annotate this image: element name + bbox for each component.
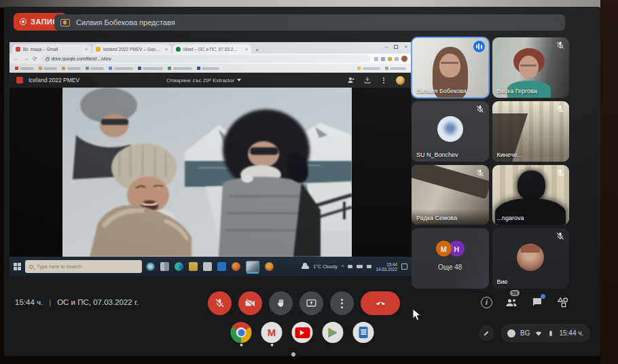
file-name: Iceland 2022 PMEV xyxy=(29,77,79,84)
new-tab-button[interactable]: + xyxy=(255,47,259,54)
file-explorer-icon[interactable] xyxy=(189,262,198,271)
bookmark-item[interactable] xyxy=(39,67,58,70)
participant-tile[interactable]: SU N_Bonchev xyxy=(412,101,489,162)
more-participants-tile[interactable]: М Н Още 48 xyxy=(412,228,489,289)
mic-off-icon xyxy=(475,105,485,114)
meeting-details-icon[interactable]: i xyxy=(481,297,492,308)
participants-grid: Силвия Бобекова Веска Гергова SU N_Bonch… xyxy=(412,37,569,289)
bookmark-item[interactable] xyxy=(86,67,105,70)
tray-expand-icon[interactable]: ^ xyxy=(342,265,344,269)
drive-viewer-header: Iceland 2022 PMEV Отваряне със ZIP Extra… xyxy=(10,73,412,88)
store-icon[interactable] xyxy=(217,262,226,271)
raise-hand-button[interactable] xyxy=(269,291,293,315)
activities-button[interactable] xyxy=(556,295,570,309)
participant-tile[interactable]: Радка Семова xyxy=(412,165,489,225)
lock-icon xyxy=(46,58,49,61)
participant-video xyxy=(439,54,460,78)
share-icon[interactable] xyxy=(347,76,355,84)
participant-name: SU N_Bonchev xyxy=(416,151,458,158)
task-view-icon[interactable] xyxy=(160,262,169,271)
open-with-dropdown[interactable]: Отваряне със ZIP Extractor xyxy=(166,77,241,84)
tab-drive[interactable]: Iceland 2022 PMEV – Goo… × xyxy=(92,44,171,54)
status-tray[interactable]: BG 15:44 ч. xyxy=(501,324,590,342)
close-icon[interactable]: × xyxy=(404,43,407,50)
youtube-icon[interactable] xyxy=(292,322,313,343)
google-play-icon[interactable] xyxy=(323,322,344,343)
mic-off-icon xyxy=(556,232,565,241)
present-screen-button[interactable] xyxy=(299,291,323,315)
network-icon[interactable] xyxy=(348,265,352,268)
extension-icon[interactable] xyxy=(388,57,392,61)
active-photo-app[interactable] xyxy=(246,261,259,272)
tab-close-icon[interactable]: × xyxy=(245,47,248,52)
google-docs-icon[interactable] xyxy=(353,322,374,343)
bookmark-item[interactable] xyxy=(168,67,192,70)
participant-tile[interactable]: Силвия Бобекова xyxy=(412,37,489,98)
tab-meet[interactable]: Meet – ОС и ПС, 07.03.2… × xyxy=(172,44,251,54)
action-center-icon[interactable] xyxy=(401,263,407,270)
address-bar[interactable]: drive.google.com/file/d/…/view xyxy=(41,55,370,62)
browser-profile-avatar[interactable] xyxy=(401,56,407,62)
mic-toggle-button[interactable] xyxy=(208,291,232,315)
minimize-icon[interactable]: – xyxy=(385,43,388,50)
reload-icon[interactable]: ⟳ xyxy=(33,56,37,62)
tab-close-icon[interactable]: × xyxy=(165,47,168,52)
bookmark-item[interactable] xyxy=(62,67,81,70)
laptop-screen: ЗАПИС Силвия Бобекова представя Вх. поща… xyxy=(4,7,600,356)
self-avatar xyxy=(517,244,544,271)
more-options-icon[interactable] xyxy=(380,76,388,84)
taskbar-time: 15:44 xyxy=(376,262,397,267)
bookmark-item[interactable] xyxy=(109,67,133,70)
volume-icon[interactable] xyxy=(367,265,371,268)
bookmark-item[interactable] xyxy=(197,67,220,70)
participants-count-badge: 56 xyxy=(510,290,520,296)
back-icon[interactable]: ← xyxy=(14,56,19,62)
account-avatar[interactable] xyxy=(396,76,405,85)
presenting-banner: Силвия Бобекова представя xyxy=(54,14,565,31)
photos-app-icon[interactable] xyxy=(265,262,274,271)
presenting-text: Силвия Бобекова представя xyxy=(76,18,175,26)
camera-toggle-button[interactable] xyxy=(238,291,262,315)
bookmark-item[interactable] xyxy=(138,67,164,70)
chrome-icon[interactable] xyxy=(231,322,252,343)
weather-text[interactable]: 1°C Cloudy xyxy=(313,264,337,269)
gmail-icon[interactable]: M xyxy=(261,322,283,343)
app-icon[interactable] xyxy=(203,262,212,271)
meet-control-bar: 15:44 ч. | ОС и ПС, 07.03.2022 г. xyxy=(4,289,600,319)
speaking-indicator-icon xyxy=(473,41,485,52)
extension-icon[interactable] xyxy=(395,57,399,61)
windows-start-button[interactable] xyxy=(14,263,21,270)
cortana-icon[interactable] xyxy=(146,262,155,271)
participant-video xyxy=(519,56,538,79)
participant-tile[interactable]: Кинече... xyxy=(492,101,570,162)
more-options-button[interactable] xyxy=(330,291,354,315)
participants-button[interactable]: 56 xyxy=(505,295,518,309)
maximize-icon[interactable] xyxy=(394,45,398,49)
edge-icon[interactable] xyxy=(175,262,183,271)
tab-gmail[interactable]: Вх. поща – Gmail × xyxy=(12,44,91,54)
bookmark-item[interactable] xyxy=(357,67,380,70)
tab-close-icon[interactable]: × xyxy=(85,47,88,52)
stylus-tools-button[interactable] xyxy=(479,325,494,341)
participant-tile[interactable]: Веска Гергова xyxy=(492,37,570,98)
extension-icon[interactable] xyxy=(374,57,378,61)
forward-icon[interactable]: → xyxy=(23,56,29,62)
download-icon[interactable] xyxy=(363,76,371,84)
firefox-icon[interactable] xyxy=(232,262,240,271)
leave-call-button[interactable] xyxy=(361,291,400,315)
participant-name: Радка Семова xyxy=(416,215,457,221)
other-bookmarks[interactable] xyxy=(385,67,407,70)
participant-tile[interactable]: ...ngarova xyxy=(492,165,570,225)
presenting-icon xyxy=(60,19,70,26)
weather-cloud-icon[interactable] xyxy=(302,265,309,269)
windows-search-box[interactable]: Type here to search xyxy=(25,260,142,273)
participant-name: Вие xyxy=(497,278,508,285)
system-clock: 15:44 ч. xyxy=(559,329,583,337)
battery-icon[interactable] xyxy=(357,265,363,268)
self-view-tile[interactable]: Вие xyxy=(492,228,570,289)
tab-title: Iceland 2022 PMEV – Goo… xyxy=(103,47,162,52)
taskbar-clock[interactable]: 15:44 14.03.2022 xyxy=(376,262,397,272)
bookmark-item[interactable] xyxy=(15,67,34,70)
extension-icon[interactable] xyxy=(381,57,385,61)
chat-button[interactable] xyxy=(530,295,544,309)
